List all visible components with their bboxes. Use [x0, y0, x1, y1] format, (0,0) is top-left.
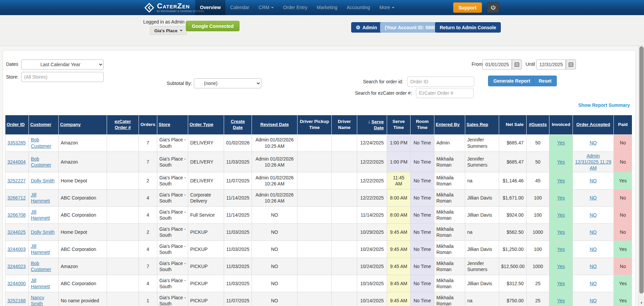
return-to-admin-console-button[interactable]: Return to Admin Console [435, 22, 501, 33]
order-id-link[interactable]: 3244025 [7, 229, 26, 235]
column-header-driver-name: Driver Name [332, 115, 357, 134]
column-header-customer[interactable]: Customer [29, 115, 59, 134]
table-header-row: Order IDCustomerCompanyezCater Order #Or… [5, 115, 632, 134]
invoiced-link[interactable]: Yes [557, 212, 565, 218]
power-icon [491, 5, 496, 10]
cell-invoiced: Yes [549, 275, 573, 292]
generate-report-button[interactable]: Generate Report [488, 76, 536, 86]
chevron-down-icon [392, 7, 394, 8]
column-header-label: Driver Name [338, 119, 351, 130]
column-header-order-id[interactable]: Order ID [5, 115, 29, 134]
column-header-order-accepted[interactable]: Order Accepted [573, 115, 614, 134]
column-header-create-date[interactable]: Create Date [224, 115, 252, 134]
order-id-link[interactable]: 3244004 [7, 159, 26, 165]
customer-link[interactable]: Bob Customer [31, 261, 51, 272]
column-header-sales-rep[interactable]: Sales Rep [465, 115, 499, 134]
cell-sales-rep: Jillian Davis [465, 275, 499, 292]
column-header-entered-by[interactable]: Entered By [434, 115, 465, 134]
column-header-ezcater-order[interactable]: ezCater Order # [107, 115, 139, 134]
cell-ezcater-order [107, 292, 139, 306]
order-accepted-link[interactable]: NO [590, 212, 597, 218]
nav-item-accounting[interactable]: Accounting [342, 0, 375, 15]
until-calendar-button[interactable] [566, 59, 576, 70]
cell-order-accepted: NO [573, 258, 614, 275]
scrollbar-down-arrow[interactable]: ▼ [639, 300, 644, 306]
order-accepted-link[interactable]: NO [590, 178, 597, 183]
cell-sales-rep: Jillian Davis [465, 189, 499, 207]
column-header-order-type[interactable]: Order Type [188, 115, 224, 134]
cell-serve-time: 9:45 AM [387, 224, 411, 241]
order-id-link[interactable]: 3353285 [7, 140, 26, 145]
subtotal-by-select[interactable]: (none) [194, 78, 261, 88]
order-accepted-link[interactable]: NO [590, 264, 597, 269]
invoiced-link[interactable]: Yes [557, 229, 565, 235]
order-id-search-input[interactable] [407, 77, 474, 87]
nav-item-calendar[interactable]: Calendar [225, 0, 254, 15]
order-accepted-link[interactable]: NO [590, 281, 597, 286]
customer-link[interactable]: Jill Hammett [31, 192, 50, 204]
nav-item-crm[interactable]: CRM [254, 0, 278, 15]
invoiced-link[interactable]: Yes [557, 298, 565, 303]
cell-create-date: 11/07/2025 [224, 172, 252, 189]
support-button[interactable]: Support [453, 2, 482, 13]
order-accepted-link[interactable]: Admin 12/31/2025 11:29 AM [575, 153, 611, 171]
invoiced-link[interactable]: Yes [557, 247, 565, 252]
logout-button[interactable] [487, 2, 499, 13]
from-calendar-button[interactable] [512, 59, 522, 70]
google-connected-button[interactable]: Google Connected [186, 21, 239, 31]
order-id-link[interactable]: 3266712 [7, 195, 26, 201]
store-input[interactable] [21, 72, 104, 82]
cell-order-type: Corporate Delivery [188, 189, 224, 207]
store-selector-dropdown[interactable]: Gia's Place [150, 26, 187, 35]
admin-button[interactable]: ⚙ Admin [351, 22, 382, 33]
column-header-guests[interactable]: #Guests [527, 115, 549, 134]
show-report-summary-link[interactable]: Show Report Summary [537, 102, 630, 108]
admin-bar: Logged in as Admin Gia's Place Google Co… [0, 15, 644, 46]
customer-link[interactable]: Bob Customer [31, 156, 51, 168]
from-date-input[interactable] [482, 59, 512, 70]
nav-item-marketing[interactable]: Marketing [312, 0, 342, 15]
cell-customer: Jill Hammett [29, 275, 59, 292]
cell-invoiced: Yes [549, 151, 573, 172]
cell-order-id: 3244000 [5, 275, 29, 292]
column-header-serve-date[interactable]: ↓Serve Date [357, 115, 387, 134]
cell-company: Amazon [59, 151, 107, 172]
customer-link[interactable]: Jill Hammett [31, 244, 50, 255]
order-accepted-link[interactable]: NO [590, 195, 597, 201]
customer-link[interactable]: Dolly Smith [31, 229, 55, 235]
invoiced-link[interactable]: Yes [557, 281, 565, 286]
order-id-link[interactable]: 3266708 [7, 212, 26, 218]
order-accepted-link[interactable]: NO [590, 247, 597, 252]
until-date-input[interactable] [536, 59, 566, 70]
order-accepted-link[interactable]: NO [590, 140, 597, 145]
column-header-revised-date[interactable]: Revised Date [252, 115, 298, 134]
invoiced-link[interactable]: Yes [557, 178, 565, 183]
order-id-link[interactable]: 3252227 [7, 178, 26, 183]
customer-link[interactable]: Jill Hammett [31, 278, 50, 289]
customer-link[interactable]: Dolly Smith [31, 178, 55, 183]
vertical-scrollbar[interactable]: ▼ [638, 46, 644, 306]
order-id-link[interactable]: 3244000 [7, 281, 26, 286]
nav-item-more[interactable]: More [375, 0, 399, 15]
invoiced-link[interactable]: Yes [557, 159, 565, 165]
order-accepted-link[interactable]: NO [590, 229, 597, 235]
cell-customer: Dolly Smith [29, 172, 59, 189]
customer-link[interactable]: Bob Customer [31, 137, 51, 148]
nav-item-overview[interactable]: Overview [195, 0, 225, 15]
order-accepted-link[interactable]: NO [590, 298, 597, 303]
column-header-company[interactable]: Company [59, 115, 107, 134]
dates-select[interactable]: Last Calendar Year [21, 59, 104, 70]
reset-button[interactable]: Reset [533, 76, 557, 86]
scrollbar-thumb[interactable] [639, 46, 644, 294]
invoiced-link[interactable]: Yes [557, 140, 565, 145]
order-id-link[interactable]: 3252168 [7, 298, 26, 303]
nav-item-order-entry[interactable]: Order Entry [278, 0, 312, 15]
column-header-store[interactable]: Store [157, 115, 188, 134]
order-id-link[interactable]: 3244003 [7, 247, 26, 252]
invoiced-link[interactable]: Yes [557, 195, 565, 201]
customer-link[interactable]: Nancy Smith [31, 295, 44, 306]
invoiced-link[interactable]: Yes [557, 264, 565, 269]
customer-link[interactable]: Jill Hammett [31, 209, 50, 221]
ezcater-search-input[interactable] [416, 88, 474, 98]
order-id-link[interactable]: 3244023 [7, 264, 26, 269]
